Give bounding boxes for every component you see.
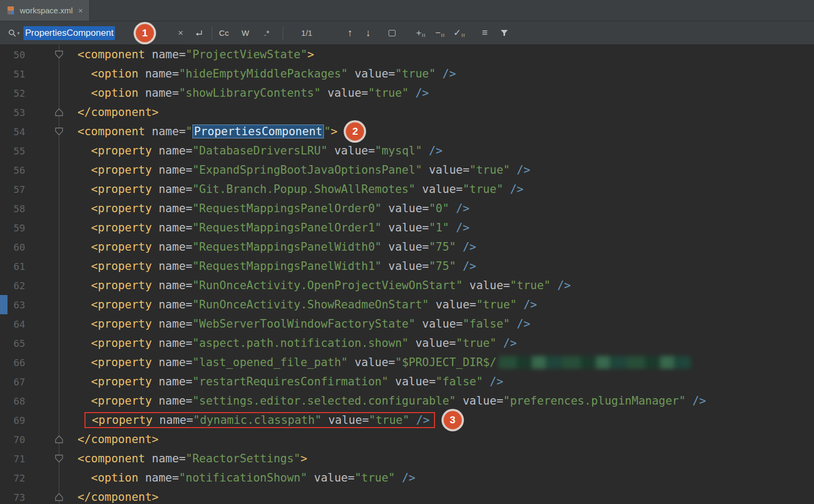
- code-token: <property: [77, 394, 152, 407]
- code-token: <option: [77, 87, 138, 99]
- code-token: "showLibraryContents": [179, 87, 321, 99]
- regex-toggle[interactable]: .*: [257, 26, 276, 41]
- code-token: "75": [429, 241, 456, 253]
- insert-newline-icon[interactable]: [192, 29, 205, 37]
- open-in-find-window-button[interactable]: [385, 30, 399, 36]
- code-token: ": [185, 125, 192, 138]
- occurrence-glyph: II: [462, 33, 466, 38]
- code-token: "true": [463, 183, 503, 196]
- code-token: value=: [382, 221, 429, 234]
- line-number: 72: [0, 472, 25, 484]
- add-occurrence-button[interactable]: +II: [413, 28, 429, 38]
- code-token: "preferences.pluginManager": [503, 394, 686, 407]
- code-token: <property: [77, 260, 152, 273]
- code-token: "true": [510, 279, 551, 292]
- code-token: >: [307, 48, 314, 61]
- code-text: <property name="RequestMappingsPanelOrde…: [77, 202, 469, 215]
- code-token: "restartRequiresConfirmation": [192, 375, 389, 388]
- fold-column: [25, 487, 77, 504]
- code-token: "RequestMappingsPanelOrder0": [192, 202, 382, 215]
- fold-column: [25, 180, 77, 199]
- filter-results-button[interactable]: [496, 29, 512, 37]
- annotation-red-box: <property name="dynamic.classpath" value…: [84, 412, 435, 428]
- fold-start-icon[interactable]: [55, 454, 64, 463]
- code-text: <option name="notificationShown" value="…: [77, 471, 415, 484]
- previous-match-button[interactable]: ↑: [343, 27, 357, 39]
- code-token: />: [449, 221, 469, 234]
- tab-close-icon[interactable]: ×: [78, 6, 83, 15]
- code-token: name=: [145, 125, 185, 138]
- code-token: [77, 414, 84, 427]
- code-token: "ReactorSettings": [185, 452, 300, 465]
- search-icon[interactable]: ▾: [5, 29, 22, 37]
- fold-column: [25, 83, 77, 103]
- occurrence-glyph: II: [422, 33, 425, 38]
- tab-workspace-xml[interactable]: workspace.xml ×: [0, 0, 90, 21]
- code-token: <property: [77, 164, 152, 176]
- code-token: value=: [409, 337, 456, 350]
- code-token: name=: [152, 375, 192, 388]
- search-options-button[interactable]: ≡: [477, 27, 493, 38]
- code-token: "0": [429, 202, 449, 215]
- code-token: "RunOnceActivity.ShowReadmeOnStart": [192, 298, 429, 311]
- code-token: name=: [152, 394, 192, 407]
- code-line-66: 66 <property name="last_opened_file_path…: [0, 353, 814, 372]
- words-toggle[interactable]: W: [236, 26, 255, 41]
- code-token: name=: [152, 337, 192, 350]
- code-token: value=: [348, 67, 396, 80]
- next-match-button[interactable]: ↓: [361, 27, 375, 39]
- code-token: "true": [456, 337, 497, 350]
- code-text: <component name="PropertiesComponent">2: [77, 122, 364, 141]
- code-token: value=: [322, 414, 369, 427]
- code-token: value=: [456, 394, 503, 407]
- fold-end-icon[interactable]: [55, 108, 64, 117]
- code-token: />: [483, 375, 503, 388]
- code-line-73: 73</component>: [0, 487, 814, 504]
- fold-end-icon[interactable]: [55, 493, 64, 502]
- line-number: 71: [0, 453, 25, 464]
- code-token: <property: [77, 241, 152, 253]
- select-all-occurrences-button[interactable]: ✓II: [451, 27, 467, 38]
- remove-occurrence-button[interactable]: −II: [432, 28, 448, 38]
- funnel-icon: [500, 29, 508, 37]
- code-token: />: [449, 202, 469, 215]
- line-number: 66: [0, 357, 25, 368]
- code-token: "true": [469, 164, 510, 176]
- fold-start-icon[interactable]: [55, 50, 64, 59]
- code-token: value=: [463, 279, 510, 292]
- code-token: name=: [152, 202, 192, 215]
- code-line-59: 59 <property name="RequestMappingsPanelO…: [0, 218, 814, 237]
- code-token: <option: [77, 471, 138, 484]
- toolbar-divider: [283, 27, 283, 40]
- fold-column: [25, 45, 77, 64]
- code-text: <property name="Git.Branch.Popup.ShowAll…: [77, 183, 523, 196]
- code-token: />: [395, 471, 415, 484]
- code-text: <property name="RequestMappingsPanelWidt…: [77, 241, 476, 253]
- code-text: <option name="hideEmptyMiddlePackages" v…: [77, 67, 456, 80]
- fold-column: [25, 160, 77, 180]
- fold-start-icon[interactable]: [55, 127, 64, 136]
- code-token: />: [456, 241, 476, 253]
- code-token: />: [409, 414, 430, 427]
- fold-column: [25, 449, 77, 468]
- line-number: 67: [0, 376, 25, 387]
- code-token: "true": [354, 471, 395, 484]
- line-number: 56: [0, 165, 25, 176]
- code-token: "RequestMappingsPanelWidth0": [192, 241, 382, 253]
- annotation-badge-2: 2: [346, 122, 364, 141]
- code-token: value=: [429, 298, 476, 311]
- line-number: 55: [0, 145, 25, 157]
- clear-search-icon[interactable]: ×: [174, 28, 187, 38]
- line-number: 62: [0, 280, 25, 291]
- code-token: />: [510, 164, 530, 176]
- code-token: value=: [382, 260, 429, 273]
- code-token: </component>: [77, 106, 159, 119]
- match-case-toggle[interactable]: Cc: [214, 26, 234, 41]
- code-editor[interactable]: 50<component name="ProjectViewState">51 …: [0, 45, 814, 504]
- fold-end-icon[interactable]: [55, 435, 64, 444]
- code-token: name=: [152, 221, 192, 234]
- fold-column: [25, 334, 77, 353]
- fold-column: [25, 141, 77, 160]
- editor-tab-bar: workspace.xml ×: [0, 0, 814, 21]
- code-token: value=: [422, 164, 470, 176]
